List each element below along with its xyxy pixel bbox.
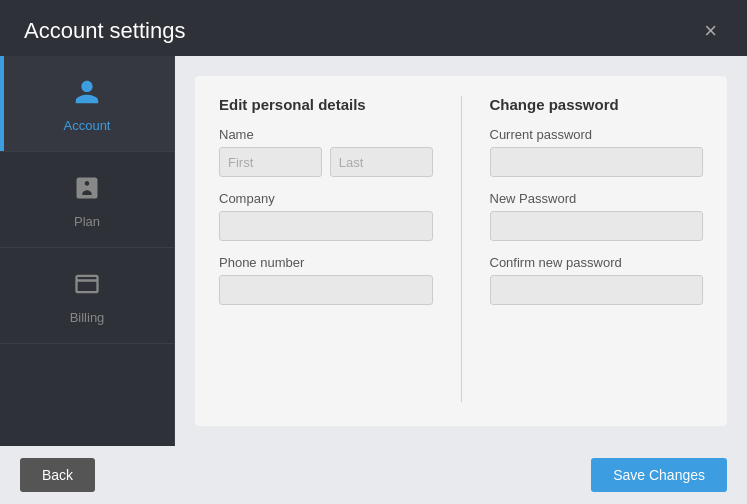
sidebar-item-account-label: Account xyxy=(64,118,111,133)
last-name-input[interactable] xyxy=(330,147,433,177)
sidebar-item-billing-label: Billing xyxy=(70,310,105,325)
phone-field-group: Phone number xyxy=(219,255,433,305)
sidebar: Account Plan Billing xyxy=(0,56,175,446)
sidebar-item-billing[interactable]: Billing xyxy=(0,248,174,344)
sidebar-item-plan-label: Plan xyxy=(74,214,100,229)
phone-input[interactable] xyxy=(219,275,433,305)
modal-body: Account Plan Billing xyxy=(0,56,747,446)
current-password-input[interactable] xyxy=(490,147,704,177)
modal-footer: Back Save Changes xyxy=(0,446,747,504)
personal-details-section: Edit personal details Name Company Ph xyxy=(219,96,433,402)
new-password-input[interactable] xyxy=(490,211,704,241)
billing-icon xyxy=(69,266,105,302)
company-input[interactable] xyxy=(219,211,433,241)
confirm-password-input[interactable] xyxy=(490,275,704,305)
modal-header: Account settings × xyxy=(0,0,747,56)
first-name-input[interactable] xyxy=(219,147,322,177)
plan-icon xyxy=(69,170,105,206)
change-password-title: Change password xyxy=(490,96,704,113)
save-changes-button[interactable]: Save Changes xyxy=(591,458,727,492)
back-button[interactable]: Back xyxy=(20,458,95,492)
content-card: Edit personal details Name Company Ph xyxy=(195,76,727,426)
company-label: Company xyxy=(219,191,433,206)
new-password-field-group: New Password xyxy=(490,191,704,241)
modal-title: Account settings xyxy=(24,18,185,44)
sidebar-item-plan[interactable]: Plan xyxy=(0,152,174,248)
section-divider xyxy=(461,96,462,402)
name-field-row xyxy=(219,147,433,177)
confirm-password-field-group: Confirm new password xyxy=(490,255,704,305)
sidebar-item-account[interactable]: Account xyxy=(0,56,174,152)
person-icon xyxy=(69,74,105,110)
close-button[interactable]: × xyxy=(698,18,723,44)
account-settings-modal: Account settings × Account Plan xyxy=(0,0,747,504)
company-field-group: Company xyxy=(219,191,433,241)
current-password-label: Current password xyxy=(490,127,704,142)
name-label: Name xyxy=(219,127,433,142)
change-password-section: Change password Current password New Pas… xyxy=(490,96,704,402)
main-content: Edit personal details Name Company Ph xyxy=(175,56,747,446)
name-field-group: Name xyxy=(219,127,433,177)
current-password-field-group: Current password xyxy=(490,127,704,177)
phone-label: Phone number xyxy=(219,255,433,270)
confirm-password-label: Confirm new password xyxy=(490,255,704,270)
personal-details-title: Edit personal details xyxy=(219,96,433,113)
new-password-label: New Password xyxy=(490,191,704,206)
